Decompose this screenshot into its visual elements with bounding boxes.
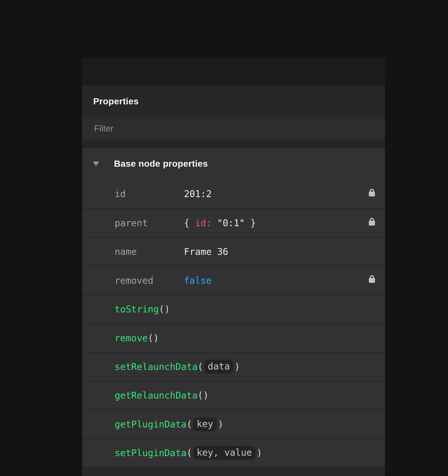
- filter-section-divider: [82, 140, 385, 148]
- method-name: getPluginData: [115, 419, 187, 430]
- property-key: name: [115, 246, 184, 257]
- method-row-getrelaunchdata[interactable]: getRelaunchData ( ): [82, 381, 385, 409]
- open-paren: (: [187, 419, 192, 430]
- property-key: id: [115, 189, 184, 199]
- close-paren: ): [153, 333, 159, 343]
- panel-titlebar: Properties: [82, 86, 385, 117]
- method-row-remove[interactable]: remove ( ): [82, 323, 385, 352]
- open-paren: (: [159, 304, 164, 315]
- property-key: removed: [115, 275, 184, 286]
- method-row-setrelaunchdata[interactable]: setRelaunchData ( data ): [82, 352, 385, 381]
- method-param-pill: data: [204, 360, 233, 374]
- object-brace-open: {: [184, 218, 195, 228]
- method-name: getRelaunchData: [115, 390, 198, 401]
- open-paren: (: [148, 333, 153, 343]
- method-name: setPluginData: [115, 448, 187, 458]
- section-header-base-node-properties[interactable]: Base node properties: [82, 148, 385, 180]
- filter-bar: [82, 117, 385, 140]
- lock-icon: [369, 221, 375, 226]
- open-paren: (: [198, 361, 203, 372]
- property-value-object: { id: "0:1" }: [184, 218, 256, 228]
- property-row-removed[interactable]: removed false: [82, 266, 385, 295]
- object-space: [211, 218, 217, 228]
- panel-header-strip: [82, 58, 385, 86]
- method-row-setplugindata[interactable]: setPluginData ( key, value ): [82, 438, 385, 467]
- method-name: remove: [115, 333, 148, 343]
- property-value-boolean: false: [184, 275, 211, 286]
- triangle-down-icon[interactable]: [93, 161, 99, 166]
- close-paren: ): [257, 448, 262, 458]
- property-row-id[interactable]: id 201:2: [82, 180, 385, 208]
- open-paren: (: [187, 448, 192, 458]
- close-paren: ): [203, 390, 209, 401]
- method-name: toString: [115, 304, 159, 315]
- lock-icon: [369, 192, 375, 196]
- page-title: Properties: [93, 96, 139, 107]
- method-row-getplugindata[interactable]: getPluginData ( key ): [82, 409, 385, 438]
- property-row-parent[interactable]: parent { id: "0:1" }: [82, 208, 385, 237]
- method-row-tostring[interactable]: toString ( ): [82, 295, 385, 323]
- close-paren: ): [234, 361, 240, 372]
- property-key: parent: [115, 218, 184, 228]
- properties-panel: Properties Base node properties id 201:2…: [82, 58, 385, 476]
- object-key: id:: [195, 218, 212, 228]
- close-paren: ): [218, 419, 223, 430]
- close-paren: ): [164, 304, 170, 315]
- property-value[interactable]: Frame 36: [184, 246, 228, 257]
- property-row-name[interactable]: name Frame 36: [82, 237, 385, 266]
- section-title: Base node properties: [114, 159, 208, 169]
- next-row-partial: [82, 467, 385, 476]
- object-brace-close: }: [245, 218, 256, 228]
- method-name: setRelaunchData: [115, 361, 198, 372]
- object-value: "0:1": [217, 218, 245, 228]
- method-param-pill: key, value: [193, 446, 255, 460]
- open-paren: (: [198, 390, 203, 401]
- filter-input[interactable]: [82, 117, 385, 140]
- property-value: 201:2: [184, 189, 211, 199]
- method-param-pill: key: [193, 417, 217, 431]
- lock-icon: [369, 278, 375, 283]
